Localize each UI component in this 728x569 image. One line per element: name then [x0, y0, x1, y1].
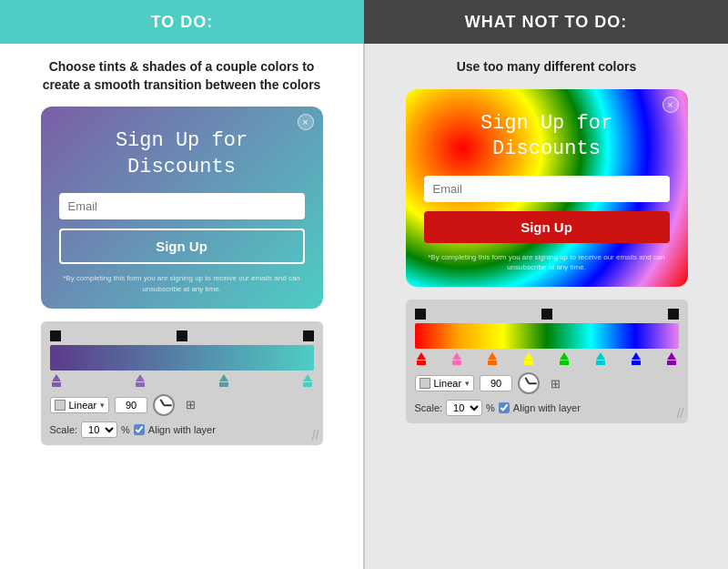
good-clock-minute	[164, 404, 172, 406]
bad-stop-2[interactable]	[450, 352, 463, 365]
good-angle-clock[interactable]	[153, 394, 175, 416]
bad-gradient-panel: Linear ▾ ⊞ Scale: 100 %	[406, 300, 688, 423]
bad-stop-6[interactable]	[594, 352, 607, 365]
good-type-swatch	[55, 400, 66, 411]
bad-stop-5[interactable]	[558, 352, 571, 365]
good-stop-3[interactable]	[217, 374, 230, 387]
good-scale-label: Scale:	[50, 424, 78, 435]
good-stop-1[interactable]	[50, 374, 63, 387]
bad-stop-7[interactable]	[630, 352, 642, 365]
bad-clock-minute	[529, 382, 537, 384]
good-gradient-wrapper: Linear ▾ ⊞ Scale: 100 %	[41, 321, 323, 445]
whatnot-label: WHAT NOT TO DO:	[465, 13, 627, 32]
good-signup-button[interactable]: Sign Up	[59, 229, 305, 264]
good-scale-select[interactable]: 100	[81, 422, 117, 438]
left-panel: Choose tints & shades of a couple colors…	[0, 44, 363, 569]
bad-gradient-wrapper: Linear ▾ ⊞ Scale: 100 %	[406, 300, 688, 423]
bad-stop-8[interactable]	[665, 352, 678, 365]
right-description: Use too many different colors	[457, 58, 637, 76]
bad-type-swatch	[420, 378, 430, 389]
bad-modal-close[interactable]: ×	[662, 97, 679, 113]
good-bar-top-row	[50, 330, 314, 341]
left-description: Choose tints & shades of a couple colors…	[36, 58, 328, 94]
bad-angle-clock[interactable]	[518, 372, 540, 394]
good-gradient-panel: Linear ▾ ⊞ Scale: 100 %	[41, 321, 323, 445]
bad-stop-sq-right[interactable]	[668, 309, 679, 320]
good-email-input[interactable]	[59, 193, 305, 219]
good-stop-4[interactable]	[301, 374, 314, 387]
bad-stop-3[interactable]	[486, 352, 499, 365]
header-right: WHAT NOT TO DO:	[364, 0, 728, 44]
bad-align-checkbox[interactable]	[499, 402, 510, 413]
bad-type-label: Linear	[434, 378, 462, 389]
bad-gradient-bar[interactable]	[415, 323, 679, 349]
good-modal-card: × Sign Up forDiscounts Sign Up *By compl…	[41, 107, 323, 309]
bad-scale-row: Scale: 100 % Align with layer	[415, 400, 679, 416]
main-row: Choose tints & shades of a couple colors…	[0, 44, 728, 569]
bad-align-label: Align with layer	[513, 402, 581, 413]
good-disclaimer: *By completing this form you are signing…	[59, 273, 305, 293]
bad-modal-title: Sign Up forDiscounts	[424, 111, 670, 163]
bad-stop-sq-mid1[interactable]	[541, 309, 552, 320]
bad-stop-sq-left[interactable]	[415, 309, 426, 320]
good-type-select[interactable]: Linear ▾	[50, 397, 110, 413]
good-scale-row: Scale: 100 % Align with layer	[50, 422, 314, 438]
bad-type-chevron: ▾	[465, 379, 470, 388]
bad-layers-icon[interactable]: ⊞	[545, 374, 565, 392]
bad-stops-row	[415, 352, 679, 365]
right-panel: Use too many different colors × Sign Up …	[363, 44, 728, 569]
good-modal-close[interactable]: ×	[298, 114, 314, 130]
good-modal-title: Sign Up forDiscounts	[59, 128, 305, 180]
good-align-label: Align with layer	[148, 424, 216, 435]
good-stop-2[interactable]	[134, 374, 147, 387]
bad-scale-unit: %	[486, 402, 495, 413]
bad-type-select[interactable]: Linear ▾	[415, 375, 475, 391]
header-left: TO DO:	[0, 0, 364, 44]
bad-scale-select[interactable]: 100	[446, 400, 482, 416]
good-scale-unit: %	[121, 424, 130, 435]
bad-bar-top-row	[415, 309, 679, 320]
good-resize-handle[interactable]: //	[312, 429, 319, 442]
good-stop-sq-left[interactable]	[50, 330, 61, 341]
good-layers-icon[interactable]: ⊞	[180, 396, 200, 414]
good-angle-input[interactable]	[115, 397, 147, 413]
bad-email-input[interactable]	[424, 176, 670, 202]
good-controls-row: Linear ▾ ⊞	[50, 394, 314, 416]
good-gradient-bar[interactable]	[50, 345, 314, 371]
good-type-label: Linear	[69, 400, 97, 411]
good-type-chevron: ▾	[100, 401, 105, 410]
bad-angle-input[interactable]	[480, 375, 512, 391]
good-stop-sq-right[interactable]	[303, 330, 314, 341]
good-align-checkbox[interactable]	[134, 424, 145, 435]
bad-controls-row: Linear ▾ ⊞	[415, 372, 679, 394]
todo-label: TO DO:	[151, 13, 214, 32]
bad-disclaimer: *By completing this form you are signing…	[424, 252, 670, 272]
bad-signup-button[interactable]: Sign Up	[424, 211, 670, 243]
bad-modal-card: × Sign Up forDiscounts Sign Up *By compl…	[406, 89, 688, 288]
bad-stop-1[interactable]	[415, 352, 428, 365]
good-stops-row	[50, 374, 314, 387]
bad-scale-label: Scale:	[415, 402, 443, 413]
bad-resize-handle[interactable]: //	[677, 407, 684, 420]
header-row: TO DO: WHAT NOT TO DO:	[0, 0, 728, 44]
good-stop-sq-mid1[interactable]	[177, 330, 187, 341]
bad-stop-4[interactable]	[522, 352, 535, 365]
